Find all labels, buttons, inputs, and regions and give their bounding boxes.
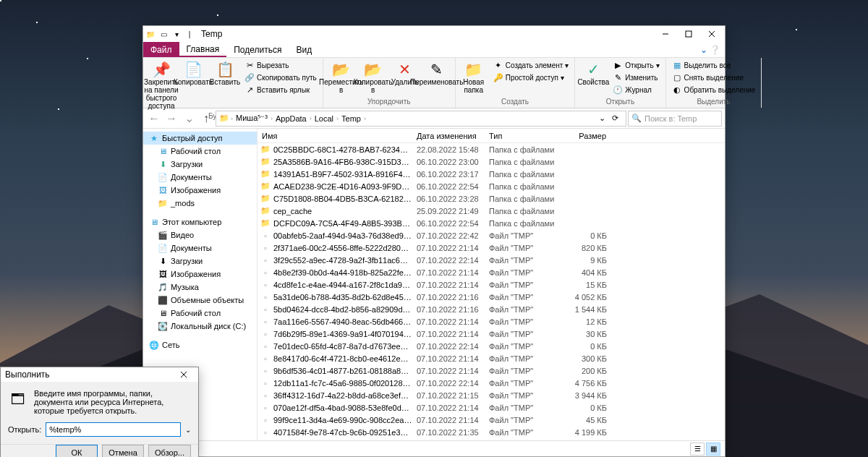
file-row[interactable]: ▫9b6df536-4c01-4877-b261-08188a8dc431...… bbox=[258, 364, 725, 377]
forward-button[interactable]: → bbox=[163, 111, 179, 127]
file-name: 7d6b29f5-89e1-4369-9a91-4f070194a042.t..… bbox=[273, 330, 412, 338]
history-button[interactable]: 🕐Журнал bbox=[610, 84, 662, 95]
file-row[interactable]: ▫5bd04624-dcc8-4bd2-b856-a82909d4290...0… bbox=[258, 303, 725, 315]
file-list[interactable]: Имя Дата изменения Тип Размер 📁0C25BBDC-… bbox=[258, 129, 725, 440]
copy-button[interactable]: 📄Копировать bbox=[178, 59, 208, 87]
nav-documents[interactable]: 📄Документы bbox=[143, 171, 257, 184]
file-row[interactable]: ▫7d6b29f5-89e1-4369-9a91-4f070194a042.t.… bbox=[258, 328, 725, 340]
run-input[interactable] bbox=[46, 422, 181, 437]
run-close-button[interactable] bbox=[174, 367, 194, 382]
recent-button[interactable]: ⌄ bbox=[181, 111, 197, 127]
file-row[interactable]: 📁14391A51-B9F7-4502-931A-8916F4F82CA2106… bbox=[258, 168, 725, 180]
file-row[interactable]: ▫36ff4312-16d7-4a22-b8dd-a68ce3ef8569...… bbox=[258, 389, 725, 401]
file-type: Файл "TMP" bbox=[485, 281, 568, 289]
file-row[interactable]: ▫7e01dec0-65fd-4c87-8a7d-d7673ee8853c...… bbox=[258, 340, 725, 352]
paste-link-button[interactable]: ↗Вставить ярлык bbox=[242, 84, 320, 95]
nav-network[interactable]: 🌐Сеть bbox=[143, 338, 257, 351]
nav-documents2[interactable]: 📄Документы bbox=[143, 242, 257, 255]
invert-icon: ◐ bbox=[672, 85, 682, 95]
copy-path-button[interactable]: 🔗Скопировать путь bbox=[242, 72, 320, 83]
file-row[interactable]: 📁ACAED238-9C2E-4D16-A093-9F9D0F30A...06.… bbox=[258, 180, 725, 192]
nav-this-pc[interactable]: 🖥Этот компьютер bbox=[143, 215, 257, 228]
minimize-button[interactable] bbox=[654, 26, 677, 42]
breadcrumb-dropdown[interactable]: ⌄ bbox=[599, 114, 605, 123]
nav-videos[interactable]: 🎬Видео bbox=[143, 228, 257, 242]
col-date[interactable]: Дата изменения bbox=[412, 132, 485, 140]
file-row[interactable]: 📁DCFDC09A-7C5A-4F49-A8B5-393B0694...06.1… bbox=[258, 217, 725, 229]
easy-access-button[interactable]: 🔑Простой доступ ▾ bbox=[490, 72, 572, 83]
edit-button[interactable]: ✎Изменить bbox=[610, 72, 662, 83]
nav-downloads2[interactable]: ⬇Загрузки bbox=[143, 255, 257, 268]
file-row[interactable]: ▫3f29c552-a9ec-4728-9a2f-3fb11ac638b6.t.… bbox=[258, 254, 725, 266]
nav-downloads[interactable]: ⬇Загрузки bbox=[143, 158, 257, 171]
nav-pictures2[interactable]: 🖼Изображения bbox=[143, 268, 257, 281]
invert-button[interactable]: ◐Обратить выделение bbox=[669, 84, 759, 95]
nav-desktop2[interactable]: 🖥Рабочий стол bbox=[143, 307, 257, 320]
rename-button[interactable]: ✎Переименовать bbox=[422, 59, 452, 87]
search-input[interactable]: 🔍 Поиск в: Temp bbox=[628, 111, 722, 127]
file-row[interactable]: ▫4cd8fe1c-e4ae-4944-a167-2f8c1da9ab3a...… bbox=[258, 278, 725, 291]
select-none-button[interactable]: ▢Снять выделение bbox=[669, 72, 759, 83]
help-button[interactable]: ⌄ ❔ bbox=[700, 42, 720, 57]
nav-3d[interactable]: ⬛Объемные объекты bbox=[143, 294, 257, 307]
close-button[interactable] bbox=[700, 26, 723, 42]
move-button[interactable]: 📂Переместить в bbox=[326, 59, 357, 95]
run-ok-button[interactable]: ОК bbox=[56, 445, 98, 457]
open-button[interactable]: ▶Открыть ▾ bbox=[610, 59, 662, 71]
file-row[interactable]: ▫00abfeb5-2aaf-494d-94a3-76d38ed930c2...… bbox=[258, 229, 725, 242]
menu-view[interactable]: Вид bbox=[289, 42, 319, 57]
select-all-button[interactable]: ▦Выделить все bbox=[669, 59, 759, 71]
nav-pictures[interactable]: 🖼Изображения bbox=[143, 184, 257, 197]
breadcrumb-item[interactable]: Temp bbox=[340, 114, 362, 123]
file-row[interactable]: ▫4b8e2f39-0b0d-4a44-918b-825a22fe9de...0… bbox=[258, 266, 725, 278]
file-row[interactable]: ▫8e8417d0-6c4f-4721-8cb0-ee4612e9e4aa...… bbox=[258, 352, 725, 364]
nav-desktop[interactable]: 🖥Рабочий стол bbox=[143, 145, 257, 158]
run-titlebar[interactable]: Выполнить bbox=[1, 367, 198, 382]
nav-music[interactable]: 🎵Музыка bbox=[143, 281, 257, 294]
menu-home[interactable]: Главная bbox=[179, 42, 227, 57]
file-row[interactable]: ▫12db11a1-fc7c-45a6-9885-0f02012831a6.t.… bbox=[258, 377, 725, 389]
cut-button[interactable]: ✂Вырезать bbox=[242, 59, 320, 71]
col-type[interactable]: Тип bbox=[485, 132, 568, 140]
copy-to-button[interactable]: 📂Копировать в bbox=[358, 59, 388, 95]
paste-button[interactable]: 📋Вставить bbox=[210, 59, 240, 87]
nav-mods[interactable]: 📁_mods bbox=[143, 197, 257, 210]
file-row[interactable]: 📁C75D1808-8B04-4DB5-B3CA-62182742C...06.… bbox=[258, 192, 725, 205]
back-button[interactable]: ← bbox=[146, 111, 162, 127]
menu-share[interactable]: Поделиться bbox=[226, 42, 289, 57]
refresh-button[interactable]: ⟳ bbox=[607, 114, 623, 123]
breadcrumb[interactable]: 📁 › Миша⁵⁻³› AppData› Local› Temp› ⌄ ⟳ bbox=[216, 111, 626, 127]
nav-local-disk[interactable]: 💽Локальный диск (C:) bbox=[143, 320, 257, 333]
maximize-button[interactable] bbox=[677, 26, 700, 42]
breadcrumb-item[interactable]: Миша⁵⁻³ bbox=[234, 114, 269, 123]
breadcrumb-item[interactable]: Local bbox=[313, 114, 335, 123]
new-folder-button[interactable]: 📁Новая папка bbox=[459, 59, 489, 95]
menu-file[interactable]: Файл bbox=[143, 42, 179, 57]
file-row[interactable]: 📁cep_cache25.09.2022 21:49Папка с файлам… bbox=[258, 205, 725, 217]
file-row[interactable]: ▫5a31de06-b788-4d35-8d2b-62d8e45ac9e...0… bbox=[258, 291, 725, 303]
file-row[interactable]: ▫7aa116e6-5567-4940-8eac-56db46694489...… bbox=[258, 315, 725, 328]
col-size[interactable]: Размер bbox=[568, 132, 611, 140]
pin-button[interactable]: 📌Закрепить на панели быстрого доступа bbox=[146, 59, 176, 111]
view-icons-button[interactable]: ▦ bbox=[706, 443, 720, 456]
col-name[interactable]: Имя bbox=[258, 132, 412, 140]
file-name: 070ae12f-df5a-4bad-9088-53e8fe0d64b8... bbox=[273, 403, 412, 412]
new-item-button[interactable]: ✦Создать элемент ▾ bbox=[490, 59, 572, 71]
qat-dropdown-icon[interactable]: ▾ bbox=[171, 28, 182, 40]
properties-button[interactable]: ✓Свойства bbox=[578, 59, 608, 87]
run-cancel-button[interactable]: Отмена bbox=[102, 445, 144, 457]
file-row[interactable]: 📁25A3586B-9A16-4FB6-938C-915D32C41C1206.… bbox=[258, 155, 725, 168]
titlebar[interactable]: 📁 ▭ ▾ | Temp bbox=[143, 26, 725, 42]
run-dropdown[interactable]: ⌄ bbox=[185, 426, 191, 434]
file-row[interactable]: ▫070ae12f-df5a-4bad-9088-53e8fe0d64b8...… bbox=[258, 401, 725, 414]
up-button[interactable]: ↑ bbox=[198, 111, 214, 127]
view-details-button[interactable]: ☰ bbox=[690, 443, 705, 456]
file-row[interactable]: 📁0C25BBDC-68C1-4278-BAB7-6234A43ED...22.… bbox=[258, 143, 725, 155]
run-browse-button[interactable]: Обзор... bbox=[148, 445, 191, 457]
nav-quick-access[interactable]: ★Быстрый доступ bbox=[143, 132, 257, 145]
file-row[interactable]: ▫99f9ce11-3d4a-4e69-990c-908cc2ea7173...… bbox=[258, 414, 725, 426]
qat-properties-icon[interactable]: ▭ bbox=[158, 28, 169, 40]
file-row[interactable]: ▫2f371ae6-00c2-4556-8ffe-5222d280ede2.t.… bbox=[258, 242, 725, 254]
file-row[interactable]: ▫4071584f-9e78-47cb-9c6b-09251e30c7c7...… bbox=[258, 426, 725, 438]
breadcrumb-item[interactable]: AppData bbox=[274, 114, 308, 123]
